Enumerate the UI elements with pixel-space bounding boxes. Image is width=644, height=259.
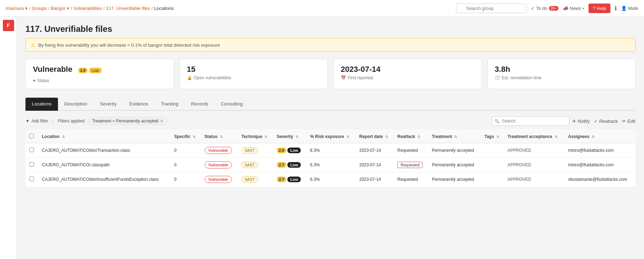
breadcrumb-vuln-name[interactable]: 117. Unverifiable files	[106, 6, 150, 11]
reattack-label: Reattack	[599, 119, 618, 124]
add-filter-label: Add filter	[31, 119, 48, 123]
search-group-input[interactable]	[456, 4, 527, 13]
alert-bar: ⚠ By fixing this vulnerability you will …	[25, 38, 636, 52]
stat-open-value: 15	[187, 65, 321, 74]
alert-icon: ⚠	[31, 42, 35, 48]
news-button[interactable]: 📣 News ●	[563, 6, 584, 11]
todo-button[interactable]: ✓ To do 99+	[531, 6, 558, 11]
active-filter-tag: Treatment = Permanently accepted ✕	[88, 117, 167, 125]
tab-description[interactable]: Description	[58, 98, 94, 111]
page-title: 117. Unverifiable files	[25, 24, 636, 34]
col-technique: Technique ⇅	[238, 130, 273, 143]
row-location: CAJERO_AUTOMATICO/.classpath	[38, 158, 170, 172]
tab-tracking[interactable]: Tracking	[154, 98, 185, 111]
checkmark-icon: ✓	[531, 6, 535, 11]
table-toolbar: ▼ Add filter | Filters applied: Treatmen…	[25, 116, 636, 126]
status-badge: Vulnerable	[205, 161, 232, 168]
table-row: CAJERO_AUTOMATICO/.classpath 0 Vulnerabl…	[26, 158, 636, 172]
notify-label: Notify	[578, 119, 590, 124]
sort-acceptance-icon[interactable]: ⇅	[555, 135, 557, 139]
remove-filter-button[interactable]: ✕	[160, 119, 163, 123]
stats-row: Vulnerable 2.9 Low ♥ Status 15 🔒 Open vu…	[25, 59, 636, 89]
stat-open-label: 🔒 Open vulnerabilities	[187, 75, 321, 80]
row-severity: 2.7 Low	[273, 172, 307, 187]
sort-severity-icon[interactable]: ⇅	[295, 135, 298, 139]
tab-consulting[interactable]: Consulting	[215, 98, 249, 111]
filter-icon: ▼	[25, 119, 30, 123]
row-checkbox-cell	[26, 158, 39, 172]
breadcrumb-imamura[interactable]: Imamura ▾	[6, 6, 28, 11]
action-buttons: ✈ Notify ✓ Reattack ✏ Edit	[572, 119, 636, 124]
stat-date-value: 2023-07-14	[341, 65, 474, 74]
stat-card-status: Vulnerable 2.9 Low ♥ Status	[25, 59, 174, 89]
help-button[interactable]: ? Help	[589, 4, 610, 13]
tab-severity[interactable]: Severity	[94, 98, 123, 111]
breadcrumb-vulnerabilities[interactable]: Vulnerabilities	[74, 6, 102, 11]
breadcrumb-groups[interactable]: Groups	[32, 6, 47, 11]
reattack-highlighted-value: Requested	[397, 162, 422, 168]
sort-reattack-icon[interactable]: ⇅	[417, 135, 420, 139]
row-treatment: Permanently accepted	[428, 158, 481, 172]
user-menu[interactable]: 👤 Mafe	[621, 6, 638, 11]
tab-evidence[interactable]: Evidence	[123, 98, 154, 111]
row-status: Vulnerable	[201, 158, 238, 172]
breadcrumb-current: Locations	[154, 6, 174, 11]
table-search-wrap: 🔍	[492, 116, 569, 126]
notify-button[interactable]: ✈ Notify	[572, 119, 590, 124]
user-icon: 👤	[621, 6, 627, 11]
stat-time-label: 🕐 Est. remediation time	[495, 75, 628, 80]
search-right: 🔍 ✈ Notify ✓ Reattack ✏ Edit	[492, 116, 636, 126]
row-treatment-acceptance: APPROVED	[504, 172, 564, 187]
col-severity: Severity ⇅	[273, 130, 307, 143]
reattack-button[interactable]: ✓ Reattack	[594, 119, 618, 124]
sidebar-logo[interactable]: F	[3, 20, 14, 31]
row-checkbox-cell	[26, 172, 39, 187]
add-filter-button[interactable]: ▼ Add filter	[25, 119, 48, 123]
row-treatment-acceptance: APPROVED	[504, 143, 564, 158]
help-label: Help	[597, 6, 606, 11]
row-checkbox-cell	[26, 143, 39, 158]
row-technique: SAST	[238, 143, 273, 158]
select-all-checkbox[interactable]	[29, 134, 34, 138]
breadcrumb-bangor[interactable]: Bangor ▾	[51, 6, 70, 11]
filter-left: ▼ Add filter | Filters applied: Treatmen…	[25, 117, 167, 125]
row-assignees: vbustamante@fluidattacks.com	[564, 172, 635, 187]
row-checkbox[interactable]	[29, 148, 34, 152]
sort-assignees-icon[interactable]: ⇅	[592, 135, 595, 139]
filter-tag-value: Treatment = Permanently accepted	[92, 119, 158, 123]
row-risk-exposure: 6.3%	[306, 172, 356, 187]
row-assignees: mtoro@fluidattacks.com	[564, 158, 635, 172]
row-checkbox[interactable]	[29, 177, 34, 181]
sort-date-icon[interactable]: ⇅	[385, 135, 388, 139]
row-severity: 2.9 Low	[273, 143, 307, 158]
stat-status-value: Vulnerable	[33, 65, 72, 74]
status-badge: Vulnerable	[205, 176, 232, 183]
info-button[interactable]: ℹ	[615, 5, 617, 12]
row-checkbox[interactable]	[29, 162, 34, 167]
sort-specific-icon[interactable]: ⇅	[193, 135, 195, 139]
col-status: Status ⇅	[201, 130, 238, 143]
sort-risk-icon[interactable]: ⇅	[346, 135, 349, 139]
tab-records[interactable]: Records	[185, 98, 215, 111]
col-tags: Tags ⇅	[481, 130, 504, 143]
sort-location-icon[interactable]: ⇅	[62, 135, 65, 139]
row-risk-exposure: 6.3%	[306, 158, 356, 172]
tab-locations[interactable]: Locations	[25, 98, 58, 111]
sort-treatment-icon[interactable]: ⇅	[454, 135, 457, 139]
severity-label: Low	[287, 162, 301, 168]
sort-technique-icon[interactable]: ⇅	[264, 135, 267, 139]
row-location: CAJERO_AUTOMATICO/bin/InsufficientFundsE…	[38, 172, 170, 187]
stat-card-time: 3.8h 🕐 Est. remediation time	[487, 59, 636, 89]
stat-score: 2.9	[78, 68, 88, 73]
row-specific: 0	[171, 158, 201, 172]
sort-status-icon[interactable]: ⇅	[220, 135, 223, 139]
edit-button[interactable]: ✏ Edit	[622, 119, 636, 124]
row-specific: 0	[171, 143, 201, 158]
clock-icon: 🕐	[495, 75, 500, 80]
todo-label: To do	[536, 6, 548, 11]
row-severity: 2.7 Low	[273, 158, 307, 172]
search-group-wrap: 🔍	[456, 4, 527, 13]
sort-tags-icon[interactable]: ⇅	[496, 135, 499, 139]
table-row: CAJERO_AUTOMATICO/bin/Transaction.class …	[26, 143, 636, 158]
table-search-input[interactable]	[492, 116, 569, 126]
